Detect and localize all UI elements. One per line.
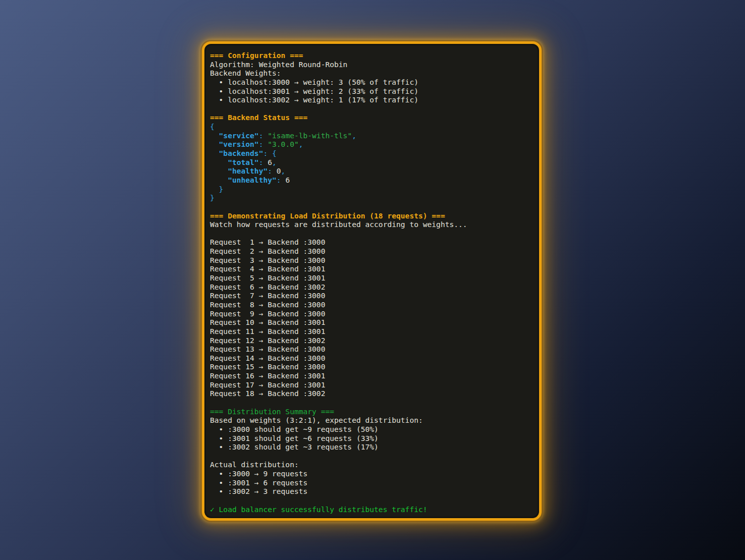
terminal-text: Request 5 → Backend :3001 (210, 273, 325, 282)
terminal-text: Request 14 → Backend :3000 (210, 354, 325, 362)
terminal-line: • localhost:3001 → weight: 2 (33% of tra… (210, 87, 534, 96)
terminal-text: : { (263, 149, 276, 157)
terminal-line: Request 15 → Backend :3000 (210, 362, 534, 371)
terminal-text (210, 149, 219, 157)
terminal-text: 6 (268, 158, 272, 166)
terminal-line: "healthy": 0, (210, 166, 534, 176)
terminal-text: "version" (219, 140, 259, 148)
terminal-line (210, 452, 534, 461)
terminal-text: Actual distribution: (210, 460, 299, 469)
terminal-text: Request 12 → Backend :3002 (210, 336, 325, 345)
terminal-text (210, 131, 219, 140)
terminal-line: • localhost:3002 → weight: 1 (17% of tra… (210, 95, 534, 104)
terminal-text: Backend Weights: (210, 69, 281, 77)
terminal-text: Algorithm: Weighted Round-Robin (210, 60, 347, 69)
terminal-line: • :3000 → 9 requests (210, 469, 534, 478)
terminal-line: Request 13 → Backend :3000 (210, 345, 534, 354)
terminal-text: • :3001 should get ~6 requests (33%) (210, 434, 379, 442)
terminal-line: Request 9 → Backend :3000 (210, 309, 534, 318)
terminal-text: : (259, 158, 268, 166)
terminal-line (210, 398, 534, 407)
terminal-text: Request 8 → Backend :3000 (210, 300, 325, 309)
terminal-text: "total" (228, 158, 259, 166)
terminal-text: "service" (219, 131, 259, 140)
terminal-output: === Configuration ===Algorithm: Weighted… (206, 45, 538, 517)
terminal-line: • :3002 → 3 requests (210, 487, 534, 496)
terminal-line: Request 4 → Backend :3001 (210, 264, 534, 273)
success-message-text: ✓ Load balancer successfully distributes… (210, 505, 428, 514)
terminal-line: Request 8 → Backend :3000 (210, 300, 534, 309)
terminal-text: Request 11 → Backend :3001 (210, 327, 325, 335)
terminal-line: Request 14 → Backend :3000 (210, 354, 534, 363)
terminal-line: Request 1 → Backend :3000 (210, 238, 534, 247)
terminal-text: Request 2 → Backend :3000 (210, 247, 325, 255)
terminal-line: Request 12 → Backend :3002 (210, 336, 534, 345)
terminal-line: Actual distribution: (210, 460, 534, 469)
summary-header-text: === Distribution Summary === (210, 407, 334, 416)
terminal-text: • localhost:3001 → weight: 2 (33% of tra… (210, 87, 418, 95)
terminal-text: { (210, 122, 215, 131)
terminal-text: Request 6 → Backend :3002 (210, 283, 325, 291)
terminal-line: "unhealthy": 6 (210, 176, 534, 185)
terminal-text: "backends" (219, 149, 263, 157)
terminal-line: Based on weights (3:2:1), expected distr… (210, 416, 534, 425)
terminal-text: Request 3 → Backend :3000 (210, 256, 325, 264)
terminal-text: Request 1 → Backend :3000 (210, 238, 325, 246)
terminal-text (210, 185, 219, 193)
terminal-line: === Backend Status === (210, 113, 534, 122)
terminal-text: Request 16 → Backend :3001 (210, 371, 325, 380)
terminal-line: === Configuration === (210, 51, 534, 60)
terminal-line: • localhost:3000 → weight: 3 (50% of tra… (210, 78, 534, 87)
terminal-line: "backends": { (210, 149, 534, 158)
terminal-line: Request 7 → Backend :3000 (210, 291, 534, 300)
terminal-line: Request 3 → Backend :3000 (210, 256, 534, 265)
terminal-text: , (352, 131, 356, 140)
terminal-window: === Configuration ===Algorithm: Weighted… (202, 41, 542, 521)
terminal-text: • :3002 → 3 requests (210, 487, 307, 495)
desktop-background: { "palette": { "page_bg_top_left": "#4b5… (0, 0, 745, 560)
terminal-line: } (210, 193, 534, 202)
terminal-line: "version": "3.0.0", (210, 140, 534, 149)
terminal-text: 0 (277, 166, 281, 175)
terminal-text: • :3000 should get ~9 requests (50%) (210, 425, 379, 433)
terminal-line: Request 10 → Backend :3001 (210, 318, 534, 327)
terminal-line: Request 2 → Backend :3000 (210, 247, 534, 256)
terminal-line: === Demonstrating Load Distribution (18 … (210, 211, 534, 220)
terminal-text (210, 140, 219, 148)
section-header-text: === Configuration === (210, 51, 303, 60)
terminal-text: "unhealthy" (228, 176, 277, 184)
terminal-text: Request 17 → Backend :3001 (210, 380, 325, 389)
terminal-text (210, 176, 228, 184)
terminal-text: , (281, 166, 286, 175)
terminal-text: Request 9 → Backend :3000 (210, 309, 325, 318)
terminal-line: "service": "isame-lb-with-tls", (210, 131, 534, 140)
terminal-line: Request 5 → Backend :3001 (210, 273, 534, 283)
terminal-line: Request 6 → Backend :3002 (210, 283, 534, 292)
terminal-text: • localhost:3000 → weight: 3 (50% of tra… (210, 78, 418, 86)
terminal-line: • :3002 should get ~3 requests (17%) (210, 442, 534, 452)
terminal-text: : (268, 166, 277, 175)
terminal-line (210, 229, 534, 238)
terminal-text: Request 18 → Backend :3002 (210, 389, 325, 398)
terminal-text: • :3000 → 9 requests (210, 469, 307, 478)
terminal-line: • :3000 should get ~9 requests (50%) (210, 425, 534, 434)
terminal-line: Request 17 → Backend :3001 (210, 380, 534, 389)
terminal-text: • :3001 → 6 requests (210, 478, 307, 487)
terminal-line: "total": 6, (210, 158, 534, 167)
terminal-text: 6 (285, 176, 290, 184)
terminal-text: Request 10 → Backend :3001 (210, 318, 325, 326)
terminal-line: === Distribution Summary === (210, 407, 534, 416)
terminal-text: Request 15 → Backend :3000 (210, 362, 325, 371)
terminal-text: , (272, 158, 277, 166)
terminal-line: Watch how requests are distributed accor… (210, 220, 534, 229)
terminal-text: } (210, 193, 215, 202)
terminal-line: Algorithm: Weighted Round-Robin (210, 60, 534, 69)
terminal-line: ✓ Load balancer successfully distributes… (210, 505, 534, 514)
terminal-text: Request 13 → Backend :3000 (210, 345, 325, 353)
terminal-text: Watch how requests are distributed accor… (210, 220, 467, 229)
terminal-text (210, 166, 228, 175)
terminal-text: "isame-lb-with-tls" (268, 131, 352, 140)
terminal-line: • :3001 → 6 requests (210, 478, 534, 487)
section-header-text: === Demonstrating Load Distribution (18 … (210, 211, 445, 220)
terminal-text: Request 7 → Backend :3000 (210, 291, 325, 300)
